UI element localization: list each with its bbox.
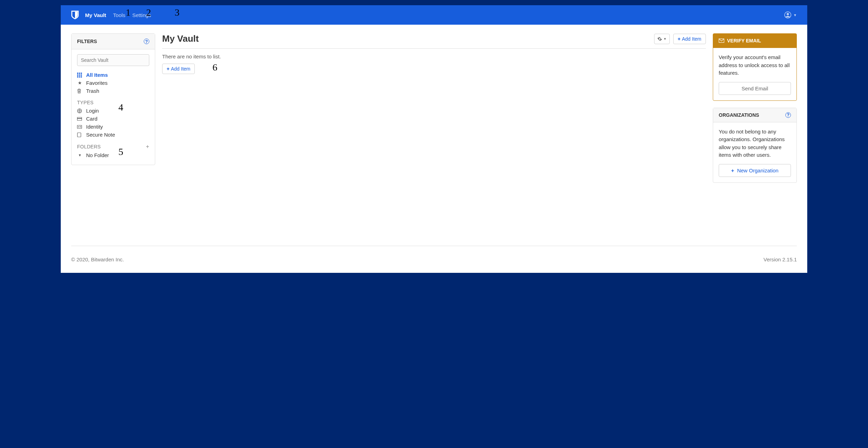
- organizations-title: ORGANIZATIONS: [719, 112, 759, 118]
- type-label: Secure Note: [86, 132, 115, 138]
- add-item-button-empty[interactable]: + Add Item: [162, 64, 195, 74]
- trash-icon: [77, 89, 83, 93]
- empty-state-text: There are no items to list.: [162, 54, 706, 59]
- caret-down-icon: ▼: [663, 37, 667, 41]
- send-email-button[interactable]: Send Email: [719, 82, 791, 95]
- nav-tools[interactable]: Tools: [113, 12, 125, 18]
- add-item-button-top[interactable]: + Add Item: [673, 34, 706, 44]
- card-icon: [77, 117, 83, 121]
- gear-icon: [657, 36, 662, 41]
- filters-header: FILTERS ?: [72, 34, 155, 49]
- folders-section-label: FOLDERS +: [77, 144, 149, 150]
- filter-label: Favorites: [86, 80, 108, 86]
- navbar-links: My Vault Tools Settings: [85, 12, 151, 18]
- envelope-icon: [719, 39, 724, 43]
- verify-email-body: Verify your account's email address to u…: [719, 54, 791, 77]
- svg-rect-8: [77, 76, 78, 78]
- footer: © 2020, Bitwarden Inc. Version 2.15.1: [71, 246, 797, 262]
- nav-settings[interactable]: Settings: [132, 12, 151, 18]
- footer-copyright: © 2020, Bitwarden Inc.: [71, 256, 124, 262]
- nav-my-vault[interactable]: My Vault: [85, 12, 106, 18]
- filters-sidebar: FILTERS ? All Items ★ Favorites: [71, 33, 155, 165]
- type-label: Login: [86, 108, 99, 114]
- folder-no-folder[interactable]: ▼ No Folder: [77, 151, 149, 159]
- new-organization-button[interactable]: + New Organization: [719, 164, 791, 177]
- svg-rect-5: [77, 74, 78, 76]
- svg-rect-6: [79, 74, 80, 76]
- user-icon: [784, 11, 791, 18]
- account-menu[interactable]: ▼: [784, 11, 797, 18]
- search-input[interactable]: [77, 54, 149, 66]
- caret-down-icon: ▼: [77, 153, 83, 157]
- types-section-label: TYPES: [77, 100, 149, 105]
- options-menu-button[interactable]: ▼: [654, 34, 670, 44]
- plus-icon: +: [731, 168, 734, 173]
- caret-down-icon: ▼: [793, 13, 797, 17]
- plus-icon: +: [678, 36, 681, 42]
- filter-trash[interactable]: Trash: [77, 87, 149, 95]
- verify-email-title: VERIFY EMAIL: [727, 38, 761, 43]
- navbar: My Vault Tools Settings ▼: [61, 5, 807, 25]
- verify-email-card: VERIFY EMAIL Verify your account's email…: [713, 33, 797, 101]
- svg-rect-3: [79, 73, 80, 74]
- organizations-body: You do not belong to any organizations. …: [719, 128, 791, 159]
- type-label: Identity: [86, 124, 103, 130]
- folder-label: No Folder: [86, 152, 109, 158]
- svg-rect-18: [77, 133, 81, 137]
- main-content: My Vault ▼ + Add Item There are no items…: [162, 33, 706, 232]
- type-secure-note[interactable]: Secure Note: [77, 131, 149, 139]
- type-card[interactable]: Card: [77, 115, 149, 123]
- grid-icon: [77, 73, 83, 78]
- svg-rect-4: [81, 73, 82, 74]
- right-column: VERIFY EMAIL Verify your account's email…: [713, 33, 797, 232]
- svg-rect-9: [79, 76, 80, 78]
- type-identity[interactable]: Identity: [77, 123, 149, 131]
- filters-title: FILTERS: [77, 39, 97, 44]
- add-folder-button[interactable]: +: [146, 144, 149, 150]
- verify-email-header: VERIFY EMAIL: [713, 34, 796, 48]
- type-login[interactable]: Login: [77, 107, 149, 115]
- svg-rect-13: [77, 118, 82, 119]
- filter-label: Trash: [86, 88, 99, 94]
- filter-favorites[interactable]: ★ Favorites: [77, 79, 149, 87]
- bitwarden-logo-icon: [71, 10, 79, 19]
- organizations-card: ORGANIZATIONS ? You do not belong to any…: [713, 108, 797, 183]
- type-label: Card: [86, 116, 98, 122]
- filter-label: All Items: [86, 72, 108, 78]
- page-title: My Vault: [162, 33, 199, 44]
- footer-version: Version 2.15.1: [763, 256, 797, 262]
- svg-point-1: [787, 13, 789, 15]
- star-icon: ★: [77, 80, 83, 85]
- organizations-header: ORGANIZATIONS ?: [713, 108, 796, 122]
- help-icon[interactable]: ?: [144, 39, 149, 44]
- identity-icon: [77, 125, 83, 129]
- svg-rect-14: [77, 125, 82, 128]
- filter-all-items[interactable]: All Items: [77, 71, 149, 79]
- svg-rect-2: [77, 73, 78, 74]
- svg-rect-10: [81, 76, 82, 78]
- note-icon: [77, 132, 83, 137]
- svg-point-15: [78, 126, 79, 127]
- app-window: 1 2 3 4 5 6 My Vault Tools Settings ▼ FI…: [61, 5, 807, 273]
- help-icon[interactable]: ?: [785, 112, 791, 118]
- svg-rect-7: [81, 74, 82, 76]
- plus-icon: +: [167, 66, 169, 72]
- globe-icon: [77, 108, 83, 113]
